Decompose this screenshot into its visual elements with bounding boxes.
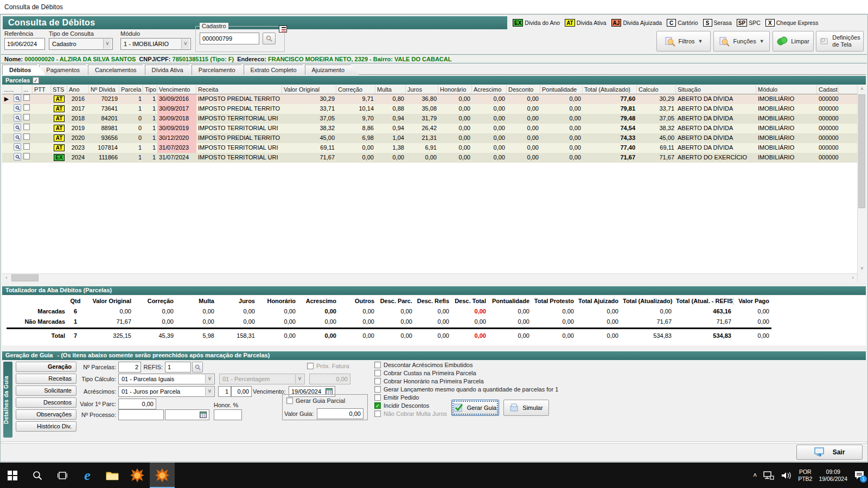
grid-col-header[interactable]: Tipo: [143, 85, 157, 94]
grid-col-header[interactable]: Pontualidade: [540, 85, 583, 94]
language-indicator[interactable]: PORPTB2: [798, 468, 812, 483]
gerar-guia-button[interactable]: Gerar Guia: [451, 400, 499, 416]
side-button-solicitante[interactable]: Solicitante: [16, 386, 76, 396]
grid-col-header[interactable]: Parcela: [119, 85, 143, 94]
grid-col-header[interactable]: Desconto: [507, 85, 540, 94]
grid-col-header[interactable]: Acrescimo: [472, 85, 507, 94]
valor1-input[interactable]: 0,00: [118, 399, 156, 409]
side-button-gera-o[interactable]: Geração: [16, 362, 76, 372]
tab-extrato-completo[interactable]: Extrato Completo: [244, 65, 311, 75]
acrescimos-count-input[interactable]: 1: [218, 386, 231, 397]
app-icon-2-button[interactable]: [150, 463, 175, 488]
guia-checkbox-4[interactable]: Gerar Lançamento mesmo quando a quantida…: [374, 386, 558, 393]
row-zoom-button[interactable]: [11, 133, 22, 143]
modulo-select[interactable]: 1 - IMOBILIÁRIO: [120, 38, 191, 50]
internet-explorer-button[interactable]: e: [75, 463, 100, 488]
referencia-input[interactable]: 19/06/2024: [4, 38, 45, 50]
row-checkbox[interactable]: [22, 104, 33, 114]
guia-checkbox-2[interactable]: Cobrar Custas na Primeira Parcela: [374, 370, 476, 376]
cadastro-search-button[interactable]: [263, 33, 276, 44]
grid-col-header[interactable]: STS: [51, 85, 67, 94]
calculator-icon[interactable]: [200, 412, 207, 418]
honor-input[interactable]: [214, 409, 242, 420]
grid-col-header[interactable]: PTT: [33, 85, 51, 94]
grid-col-header[interactable]: Correção: [336, 85, 375, 94]
row-zoom-button[interactable]: [11, 153, 22, 163]
tab-parcelamento[interactable]: Parcelamento: [192, 65, 250, 75]
grid-col-header[interactable]: ...: [22, 85, 33, 94]
simular-button[interactable]: Simular: [503, 400, 549, 416]
side-button-receitas[interactable]: Receitas: [16, 374, 76, 384]
scroll-left-icon[interactable]: ‹: [2, 274, 11, 282]
tab-d-bitos[interactable]: Débitos: [2, 65, 46, 75]
processo-input-1[interactable]: [118, 409, 164, 420]
table-row[interactable]: AT2019889810130/09/2019IMPOSTO TERRITORI…: [2, 124, 866, 133]
parcelas-checkbox[interactable]: [33, 77, 39, 84]
horizontal-scrollbar[interactable]: ‹ ›: [2, 273, 857, 282]
definicoes-tela-button[interactable]: Definições de Tela: [816, 31, 864, 52]
table-row[interactable]: AT2018842010130/09/2018IMPOSTO TERRITORI…: [2, 114, 866, 124]
grid-col-header[interactable]: Calculo: [637, 85, 676, 94]
table-row[interactable]: AT20231078141131/07/2023IMPOSTO TERRITOR…: [2, 143, 866, 153]
grid-col-header[interactable]: Receita: [196, 85, 282, 94]
table-row[interactable]: EX20241118661131/07/2024IMPOSTO TERRITOR…: [2, 153, 866, 163]
row-zoom-button[interactable]: [11, 124, 22, 133]
grid-col-header[interactable]: Multa: [375, 85, 406, 94]
hidden-icons-chevron[interactable]: ˄: [753, 472, 757, 479]
action-center-button[interactable]: 1: [854, 470, 865, 481]
row-checkbox[interactable]: [22, 153, 33, 163]
grid-col-header[interactable]: Total (Atualizado): [583, 85, 637, 94]
row-checkbox[interactable]: [22, 94, 33, 104]
guia-checkbox-5[interactable]: Emitir Pedido: [374, 394, 419, 401]
row-zoom-button[interactable]: [11, 104, 22, 114]
row-zoom-button[interactable]: [11, 94, 22, 104]
filtros-button[interactable]: Filtros▼: [656, 31, 711, 52]
clock[interactable]: 09:0919/06/2024: [819, 468, 847, 483]
tab-ajuizamento[interactable]: Ajuizamento: [305, 65, 360, 75]
tab-pagamentos[interactable]: Pagamentos: [39, 65, 94, 75]
acrescimos-select[interactable]: 01 - Juros por Parcela: [118, 386, 215, 397]
task-view-button[interactable]: [50, 463, 75, 488]
tipo-consulta-select[interactable]: Cadastro: [49, 38, 113, 50]
grid-col-header[interactable]: ......: [2, 85, 22, 94]
n-parcelas-input[interactable]: 2: [118, 362, 141, 373]
scroll-up-icon[interactable]: ˄: [858, 85, 866, 94]
refis-input[interactable]: 1: [165, 362, 191, 373]
scroll-right-icon[interactable]: ›: [848, 274, 857, 282]
refis-search-button[interactable]: [192, 362, 203, 373]
vertical-scrollbar[interactable]: ˄ ˅: [857, 85, 866, 282]
network-icon[interactable]: [763, 471, 774, 480]
side-button-observa-es[interactable]: Observações: [16, 409, 76, 420]
row-zoom-button[interactable]: [11, 114, 22, 124]
row-zoom-button[interactable]: [11, 143, 22, 153]
limpar-button[interactable]: Limpar: [773, 31, 814, 52]
taskbar-search-button[interactable]: [25, 463, 50, 488]
cadastro-input[interactable]: 000000799: [200, 33, 259, 44]
funcoes-button[interactable]: Funções▼: [713, 31, 770, 52]
grid-col-header[interactable]: Vencimento: [157, 85, 196, 94]
gerar-guia-parcial-checkbox[interactable]: Gerar Guia Parcial: [286, 397, 345, 404]
grid-col-header[interactable]: Valor Original: [282, 85, 336, 94]
row-checkbox[interactable]: [22, 114, 33, 124]
side-button-hist-rico-div-[interactable]: Histórico Div.: [16, 421, 76, 432]
grid-col-header[interactable]: Ano: [67, 85, 89, 94]
grid-col-header[interactable]: Honorário: [438, 85, 472, 94]
table-row[interactable]: AT2020936560130/12/2020IMPOSTO PREDIAL T…: [2, 133, 866, 143]
table-row[interactable]: ▶AT2016702191130/09/2016IMPOSTO PREDIAL …: [2, 94, 866, 104]
grid-col-header[interactable]: Cadast: [817, 85, 839, 94]
valor-guia-input[interactable]: 0,00: [317, 408, 363, 419]
grid-col-header[interactable]: Juros: [406, 85, 438, 94]
file-explorer-button[interactable]: [100, 463, 125, 488]
processo-input-2[interactable]: [165, 409, 209, 420]
tab-cancelamentos[interactable]: Cancelamentos: [88, 65, 151, 75]
start-button[interactable]: [0, 463, 25, 488]
row-checkbox[interactable]: [22, 124, 33, 133]
guia-checkbox-1[interactable]: Descontar Acréscimos Embutidos: [374, 362, 473, 368]
guia-checkbox-3[interactable]: Cobrar Honorário na Primeira Parcela: [374, 378, 484, 384]
prox-fatura-checkbox[interactable]: Próx. Fatura: [307, 363, 349, 369]
tab-d-vida-ativa[interactable]: Dívida Ativa: [145, 65, 198, 75]
guia-checkbox-6[interactable]: Incidir Descontos: [374, 402, 429, 409]
grid-col-header[interactable]: Módulo: [756, 85, 817, 94]
row-checkbox[interactable]: [22, 143, 33, 153]
list-icon[interactable]: [279, 25, 287, 33]
